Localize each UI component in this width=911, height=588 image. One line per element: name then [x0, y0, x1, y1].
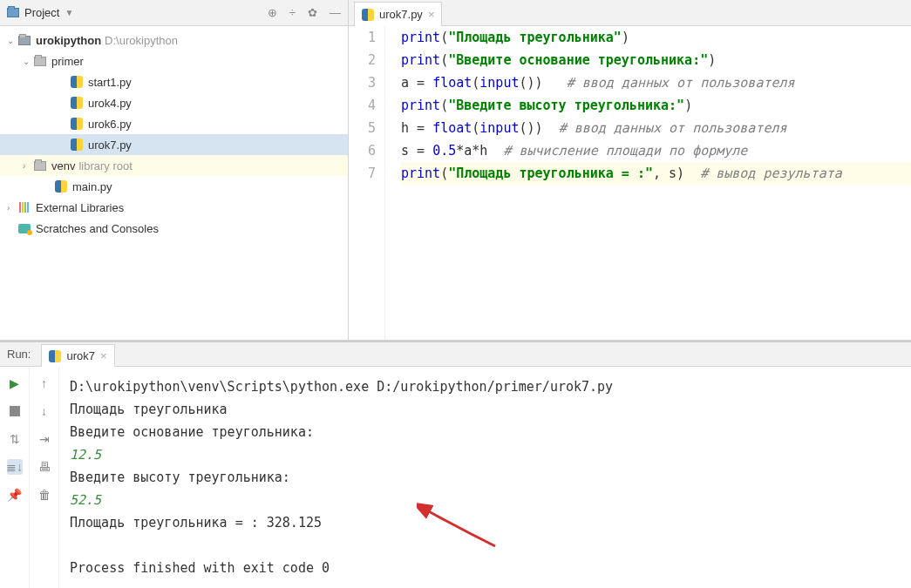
python-icon — [55, 180, 67, 193]
pin-button[interactable]: 📌 — [7, 487, 23, 503]
scroll-button[interactable]: ≣↓ — [7, 459, 23, 475]
line-number: 1 — [349, 26, 376, 49]
python-icon — [71, 139, 83, 151]
editor-pane: urok7.py × 1 2 3 4 5 6 7 print("Площадь … — [349, 0, 911, 340]
tree-label: urok7.py — [88, 139, 132, 152]
editor-tab[interactable]: urok7.py × — [354, 2, 442, 26]
tree-folder-primer[interactable]: ⌄ primer — [0, 51, 348, 71]
tree-hint: library root — [78, 159, 132, 172]
tree-path: D:\urokipython — [105, 34, 178, 47]
python-icon — [362, 9, 374, 21]
up-icon[interactable]: ↑ — [37, 375, 52, 391]
console-input: 12.5 — [70, 443, 901, 466]
close-icon[interactable]: × — [428, 8, 435, 21]
run-label: Run: — [7, 348, 31, 366]
annotation-arrow — [417, 503, 504, 562]
project-folder-icon — [7, 8, 19, 17]
python-icon — [71, 76, 83, 88]
chevron-right-icon[interactable]: › — [23, 161, 33, 171]
tree-label: start1.py — [88, 76, 132, 89]
tree-label: External Libraries — [36, 201, 124, 214]
project-sidebar: Project ▼ ⊕ ÷ ✿ — ⌄ urokipython D:\uroki… — [0, 0, 349, 340]
code-content[interactable]: print("Площадь треугольника") print("Вве… — [385, 26, 911, 340]
console-line: Введите высоту треугольника: — [70, 466, 901, 489]
gutter: 1 2 3 4 5 6 7 — [349, 26, 385, 340]
line-number: 4 — [349, 94, 376, 117]
print-icon[interactable]: 🖶 — [37, 459, 52, 475]
chevron-down-icon[interactable]: ⌄ — [23, 57, 33, 66]
close-icon[interactable]: × — [100, 349, 107, 362]
python-icon — [49, 350, 61, 362]
chevron-right-icon[interactable]: › — [7, 203, 17, 213]
folder-icon — [18, 36, 31, 45]
tree-root[interactable]: ⌄ urokipython D:\urokipython — [0, 30, 348, 51]
project-tree: ⌄ urokipython D:\urokipython ⌄ primer st… — [0, 26, 348, 340]
editor-tab-bar: urok7.py × — [349, 0, 911, 26]
split-icon[interactable]: ÷ — [289, 6, 296, 19]
run-tab-label: urok7 — [66, 349, 95, 362]
console-line: Площадь треугольника — [70, 398, 901, 421]
project-header[interactable]: Project ▼ ⊕ ÷ ✿ — — [0, 0, 348, 26]
tree-folder-venv[interactable]: › venv library root — [0, 155, 348, 176]
tree-label: urok4.py — [88, 97, 132, 110]
target-icon[interactable]: ⊕ — [268, 6, 277, 19]
tree-label: urok6.py — [88, 118, 132, 131]
chevron-down-icon[interactable]: ⌄ — [7, 36, 17, 45]
line-number: 3 — [349, 71, 376, 94]
tree-file[interactable]: urok6.py — [0, 113, 348, 134]
layout-button[interactable]: ⇅ — [7, 431, 23, 447]
line-number: 7 — [349, 162, 376, 185]
gear-icon[interactable]: ✿ — [308, 6, 317, 19]
run-button[interactable]: ▶ — [7, 375, 23, 391]
line-number: 2 — [349, 49, 376, 71]
folder-icon — [34, 161, 46, 171]
tree-file-selected[interactable]: urok7.py — [0, 134, 348, 155]
tree-label: Scratches and Consoles — [36, 222, 159, 235]
run-panel: Run: urok7 × ▶ ⇅ ≣↓ 📌 ↑ ↓ ⇥ 🖶 🗑 D:\uroki… — [0, 341, 911, 588]
project-title: Project — [24, 6, 59, 19]
run-toolbar-2: ↑ ↓ ⇥ 🖶 🗑 — [30, 367, 59, 588]
line-number: 5 — [349, 117, 376, 139]
tab-label: urok7.py — [379, 8, 423, 21]
dropdown-icon[interactable]: ▼ — [65, 8, 73, 17]
tree-label: venv — [51, 159, 75, 172]
down-icon[interactable]: ↓ — [37, 403, 52, 419]
tree-scratches[interactable]: Scratches and Consoles — [0, 218, 348, 239]
python-icon — [71, 97, 83, 109]
tree-label: primer — [51, 55, 84, 68]
wrap-icon[interactable]: ⇥ — [37, 431, 52, 447]
trash-icon[interactable]: 🗑 — [37, 487, 52, 503]
library-icon — [19, 202, 30, 213]
stop-button[interactable] — [7, 403, 23, 419]
minimize-icon[interactable]: — — [330, 6, 341, 19]
scratch-icon — [18, 224, 31, 233]
console-line: D:\urokipython\venv\Scripts\python.exe D… — [70, 375, 901, 398]
tree-external-libs[interactable]: › External Libraries — [0, 197, 348, 218]
run-tab[interactable]: urok7 × — [41, 344, 114, 367]
console-output[interactable]: D:\urokipython\venv\Scripts\python.exe D… — [59, 367, 911, 588]
tree-file[interactable]: main.py — [0, 176, 348, 197]
folder-icon — [34, 57, 46, 66]
python-icon — [71, 118, 83, 130]
run-header: Run: urok7 × — [0, 342, 911, 367]
line-number: 6 — [349, 139, 376, 162]
tree-label: urokipython — [36, 34, 101, 47]
console-line: Введите основание треугольника: — [70, 421, 901, 443]
tree-label: main.py — [72, 180, 112, 193]
run-toolbar-1: ▶ ⇅ ≣↓ 📌 — [0, 367, 30, 588]
tree-file[interactable]: start1.py — [0, 71, 348, 92]
code-editor[interactable]: 1 2 3 4 5 6 7 print("Площадь треугольник… — [349, 26, 911, 340]
tree-file[interactable]: urok4.py — [0, 92, 348, 113]
